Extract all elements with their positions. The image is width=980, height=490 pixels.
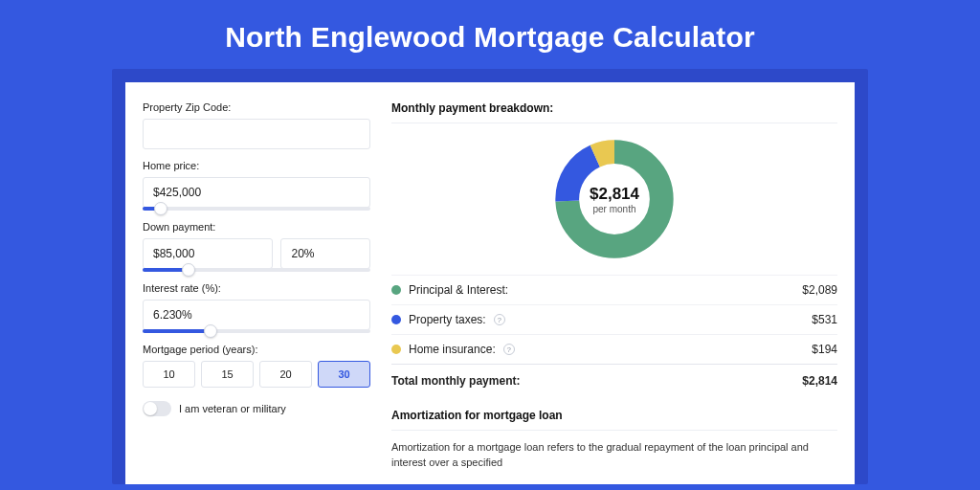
donut-center: $2,814 per month xyxy=(552,137,677,261)
field-zip: Property Zip Code: xyxy=(143,101,370,149)
interest-rate-slider-thumb[interactable] xyxy=(204,324,217,338)
field-home-price: Home price: xyxy=(143,160,370,211)
field-down-payment: Down payment: xyxy=(143,221,370,272)
label-home-price: Home price: xyxy=(143,160,370,171)
label-mortgage-period: Mortgage period (years): xyxy=(143,344,370,355)
legend-row-ins: Home insurance: ? $194 xyxy=(391,334,837,364)
down-payment-input[interactable] xyxy=(143,238,273,269)
legend-amount-pi: $2,089 xyxy=(802,283,837,297)
mortgage-period-options: 10 15 20 30 xyxy=(143,361,370,388)
help-icon[interactable]: ? xyxy=(494,314,505,325)
legend-label-pi: Principal & Interest: xyxy=(409,283,508,297)
donut-chart-wrap: $2,814 per month xyxy=(391,133,837,275)
calculator-panel-outer: Property Zip Code: Home price: Down paym… xyxy=(112,69,868,484)
field-mortgage-period: Mortgage period (years): 10 15 20 30 xyxy=(143,344,370,388)
breakdown-title: Monthly payment breakdown: xyxy=(391,101,837,115)
legend-total-amount: $2,814 xyxy=(802,374,837,388)
page-title: North Englewood Mortgage Calculator xyxy=(0,0,980,69)
interest-rate-slider[interactable] xyxy=(143,329,370,333)
amortization-text: Amortization for a mortgage loan refers … xyxy=(391,440,837,471)
interest-rate-input[interactable] xyxy=(143,300,370,330)
calculator-panel: Property Zip Code: Home price: Down paym… xyxy=(125,82,855,484)
swatch-tax xyxy=(391,315,401,324)
legend-row-total: Total monthly payment: $2,814 xyxy=(391,364,837,395)
field-interest-rate: Interest rate (%): xyxy=(143,282,370,333)
amortization-title: Amortization for mortgage loan xyxy=(391,409,837,422)
divider xyxy=(391,122,837,123)
down-payment-slider-thumb[interactable] xyxy=(182,263,195,277)
down-payment-slider[interactable] xyxy=(143,268,370,272)
interest-rate-slider-fill xyxy=(143,329,211,333)
donut-chart: $2,814 per month xyxy=(552,137,677,261)
label-veteran: I am veteran or military xyxy=(179,403,286,414)
zip-input[interactable] xyxy=(143,119,370,149)
legend-amount-tax: $531 xyxy=(812,313,837,326)
down-payment-pct-input[interactable] xyxy=(280,238,370,269)
legend-total-label: Total monthly payment: xyxy=(391,374,520,388)
form-column: Property Zip Code: Home price: Down paym… xyxy=(143,101,370,484)
home-price-slider[interactable] xyxy=(143,207,370,211)
legend-label-ins: Home insurance: xyxy=(409,343,496,356)
home-price-input[interactable] xyxy=(143,177,370,208)
label-zip: Property Zip Code: xyxy=(143,101,370,113)
breakdown-column: Monthly payment breakdown: $2,814 xyxy=(370,101,837,484)
swatch-ins xyxy=(391,345,401,354)
legend-label-tax: Property taxes: xyxy=(409,313,486,326)
period-option-20[interactable]: 20 xyxy=(259,361,312,388)
period-option-15[interactable]: 15 xyxy=(201,361,254,388)
period-option-10[interactable]: 10 xyxy=(143,361,195,388)
divider xyxy=(391,430,837,431)
field-veteran: I am veteran or military xyxy=(143,401,370,416)
veteran-toggle[interactable] xyxy=(143,401,171,416)
label-interest-rate: Interest rate (%): xyxy=(143,282,370,294)
legend-row-tax: Property taxes: ? $531 xyxy=(391,304,837,334)
legend-amount-ins: $194 xyxy=(812,343,837,356)
donut-center-value: $2,814 xyxy=(590,185,639,204)
legend-row-pi: Principal & Interest: $2,089 xyxy=(391,275,837,304)
donut-center-sub: per month xyxy=(592,204,635,214)
period-option-30[interactable]: 30 xyxy=(318,361,370,388)
swatch-pi xyxy=(391,285,401,295)
help-icon[interactable]: ? xyxy=(503,344,515,355)
home-price-slider-thumb[interactable] xyxy=(154,202,167,215)
amortization-section: Amortization for mortgage loan Amortizat… xyxy=(391,409,837,471)
label-down-payment: Down payment: xyxy=(143,221,370,233)
